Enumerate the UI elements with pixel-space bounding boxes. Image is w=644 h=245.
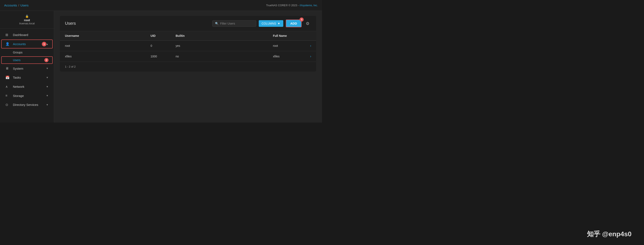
chevron-down-icon: ▼ xyxy=(278,22,280,25)
sidebar-item-groups[interactable]: Groups xyxy=(1,49,53,56)
content-area: Users 🔍 COLUMNS ▼ ADD 3 xyxy=(54,11,322,122)
tasks-icon: 📅 xyxy=(6,75,10,79)
columns-button[interactable]: COLUMNS ▼ xyxy=(259,20,283,27)
copyright: TrueNAS CORE® © 2023 - iXsystems, Inc. xyxy=(266,4,318,7)
system-icon: 🖥 xyxy=(6,66,10,70)
sidebar-item-tasks[interactable]: 📅 Tasks ▼ xyxy=(1,73,53,82)
accounts-badge: 1 xyxy=(42,42,46,46)
main-layout: 🔒 root truenas.local ⊞ Dashboard 👤 Accou… xyxy=(0,11,322,122)
breadcrumb-separator: / xyxy=(18,3,19,7)
table-row[interactable]: root 0 yes root › xyxy=(60,40,316,51)
gear-icon: ⚙ xyxy=(306,21,310,26)
sidebar-username: root xyxy=(3,18,50,22)
sidebar-item-label: Tasks xyxy=(13,76,46,79)
breadcrumb-users[interactable]: Users xyxy=(20,3,28,7)
sidebar-item-network[interactable]: ∧ Network ▼ xyxy=(1,82,53,91)
cell-builtin: yes xyxy=(171,40,268,51)
groups-label: Groups xyxy=(13,51,22,54)
panel-title: Users xyxy=(65,21,76,26)
table-header-row: Username UID Builtin Full Name xyxy=(60,31,316,40)
sidebar-item-label: Accounts xyxy=(13,42,46,46)
sidebar-nav: ⊞ Dashboard 👤 Accounts 1 ▲ Groups Users … xyxy=(0,28,54,122)
sidebar-item-label: Network xyxy=(13,85,46,88)
chevron-down-icon: ▼ xyxy=(46,103,48,106)
cell-username: xfiles xyxy=(60,51,146,62)
settings-button[interactable]: ⚙ xyxy=(304,20,311,27)
storage-icon: ≡ xyxy=(6,94,10,98)
sidebar-item-dashboard[interactable]: ⊞ Dashboard xyxy=(1,30,53,39)
sidebar: 🔒 root truenas.local ⊞ Dashboard 👤 Accou… xyxy=(0,11,54,122)
col-header-uid: UID xyxy=(146,31,170,40)
sidebar-item-directory-services[interactable]: ⊙ Directory Services ▼ xyxy=(1,100,53,109)
sidebar-item-label: Dashboard xyxy=(13,33,48,37)
ixsystems-link[interactable]: iXsystems, Inc. xyxy=(300,4,318,7)
users-table: Username UID Builtin Full Name root 0 ye… xyxy=(60,31,316,62)
accounts-icon: 👤 xyxy=(6,42,10,46)
directory-icon: ⊙ xyxy=(6,103,10,107)
col-header-arrow xyxy=(305,31,316,40)
dashboard-icon: ⊞ xyxy=(6,33,10,37)
chevron-down-icon: ▼ xyxy=(46,85,48,88)
cell-fullname: xfiles xyxy=(268,51,305,62)
add-button[interactable]: ADD xyxy=(286,19,302,27)
users-panel: Users 🔍 COLUMNS ▼ ADD 3 xyxy=(60,16,316,71)
chevron-down-icon: ▼ xyxy=(46,94,48,97)
cell-uid: 0 xyxy=(146,40,170,51)
search-box[interactable]: 🔍 xyxy=(212,20,256,27)
sidebar-item-storage[interactable]: ≡ Storage ▼ xyxy=(1,91,53,100)
cell-builtin: no xyxy=(171,51,268,62)
col-header-builtin: Builtin xyxy=(171,31,268,40)
chevron-down-icon: ▼ xyxy=(46,67,48,70)
sidebar-item-label: Directory Services xyxy=(13,103,46,106)
panel-header-controls: 🔍 COLUMNS ▼ ADD 3 ⚙ xyxy=(212,19,311,27)
users-badge: 2 xyxy=(44,58,48,62)
sidebar-item-label: Storage xyxy=(13,94,46,98)
cell-uid: 1000 xyxy=(146,51,170,62)
network-icon: ∧ xyxy=(6,85,10,89)
sidebar-item-system[interactable]: 🖥 System ▼ xyxy=(1,64,53,73)
chevron-down-icon: ▼ xyxy=(46,76,48,79)
sidebar-item-accounts[interactable]: 👤 Accounts 1 ▲ xyxy=(1,39,53,48)
sidebar-item-users[interactable]: Users 2 xyxy=(1,56,53,64)
cell-fullname: root xyxy=(268,40,305,51)
cell-username: root xyxy=(60,40,146,51)
sidebar-user-info: 🔒 root truenas.local xyxy=(0,11,54,28)
search-icon: 🔍 xyxy=(215,22,218,25)
sidebar-hostname: truenas.local xyxy=(3,22,50,25)
breadcrumb: Accounts / Users xyxy=(4,3,28,7)
top-bar: Accounts / Users TrueNAS CORE® © 2023 - … xyxy=(0,0,322,11)
pagination: 1 - 2 of 2 xyxy=(60,62,316,71)
lock-icon: 🔒 xyxy=(3,14,50,18)
search-input[interactable] xyxy=(220,22,254,25)
sidebar-item-label: System xyxy=(13,67,46,70)
panel-header: Users 🔍 COLUMNS ▼ ADD 3 xyxy=(60,16,316,31)
row-arrow[interactable]: › xyxy=(305,51,316,62)
row-arrow[interactable]: › xyxy=(305,40,316,51)
add-button-container: ADD 3 xyxy=(286,19,302,27)
add-badge: 3 xyxy=(300,17,304,22)
users-label: Users xyxy=(13,58,20,62)
breadcrumb-accounts[interactable]: Accounts xyxy=(4,3,17,7)
col-header-username: Username xyxy=(60,31,146,40)
table-row[interactable]: xfiles 1000 no xfiles › xyxy=(60,51,316,62)
col-header-fullname: Full Name xyxy=(268,31,305,40)
